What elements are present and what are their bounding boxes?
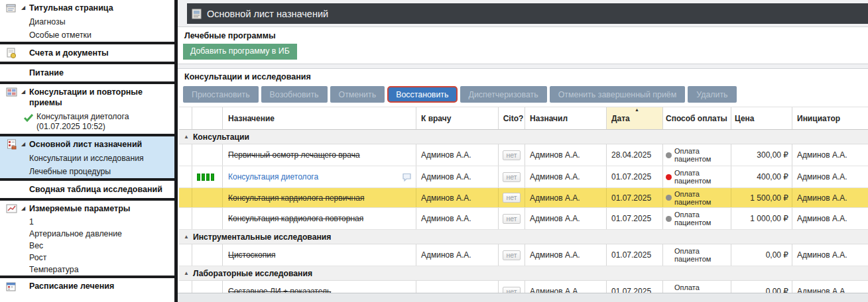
col-header-date[interactable]: ▲ Дата [607, 107, 663, 129]
delete-button[interactable]: Удалить [688, 86, 736, 103]
comment-bubble-icon[interactable] [402, 173, 412, 181]
sidebar-group-parameters: ◢ Измеряемые параметры 1 Артериальное да… [0, 201, 174, 276]
tree-expanded-icon: ◢ [21, 87, 29, 97]
main-area: Основной лист назначений Лечебные програ… [178, 0, 868, 302]
tree-expanded-icon: ◢ [21, 139, 29, 150]
sidebar-item-main-sheet[interactable]: ◢ Основной лист назначений [0, 136, 174, 152]
page-title-icon [192, 9, 202, 19]
sidebar-item-nutrition[interactable]: Питание [0, 64, 174, 81]
table-row[interactable]: Составное ЛИ + показатель нет Админов А.… [179, 281, 868, 293]
treatment-programs-title: Лечебные программы [184, 31, 868, 40]
cito-badge: нет [503, 214, 520, 224]
pause-button[interactable]: Приостановить [183, 86, 259, 103]
invoices-icon [4, 48, 19, 58]
table-row[interactable]: Консультация кардиолога повторная Админо… [179, 208, 868, 230]
cito-badge: нет [503, 250, 520, 260]
payment-status-dot [666, 195, 672, 201]
consultations-section-title: Консультации и исследования [184, 72, 868, 81]
sidebar-item-invoices[interactable]: Счета и документы [0, 44, 174, 62]
appointment-name: Составное ЛИ + показатель [228, 287, 331, 293]
sidebar-group-schedule: Расписание лечения [0, 278, 174, 293]
page-title: Основной лист назначений [207, 9, 328, 19]
tree-expanded-icon: ◢ [21, 203, 29, 214]
resume-button[interactable]: Возобновить [261, 86, 328, 103]
restore-button[interactable]: Восстановить [387, 86, 457, 103]
table-header-row: Назначение К врачу Cito? Назначил ▲ Дата… [179, 107, 868, 130]
appointment-name: Первичный осмотр лечащего врача [228, 150, 360, 160]
sidebar-group-invoices: Счета и документы [0, 44, 174, 62]
table-row[interactable]: Консультация диетолога Админов А.А. нет … [179, 166, 868, 188]
sidebar-item-parameters[interactable]: ◢ Измеряемые параметры [0, 201, 174, 216]
sort-asc-icon: ▲ [635, 107, 639, 112]
appointment-name: Цистоскопия [228, 250, 275, 260]
treatment-programs-section: Лечебные программы Добавить программу в … [178, 26, 868, 64]
appointment-name-link[interactable]: Консультация диетолога [228, 172, 318, 181]
appointments-table: Назначение К врачу Cito? Назначил ▲ Дата… [179, 107, 868, 293]
sidebar-item-treatment-procedures[interactable]: Лечебные процедуры [0, 165, 174, 178]
cito-badge: нет [503, 287, 520, 293]
col-header-cito[interactable]: Cito? [499, 107, 525, 129]
group-collapse-icon: ▲ [184, 270, 189, 276]
group-row-laboratory[interactable]: ▲ Лабораторные исследования [179, 266, 868, 281]
group-row-consultations[interactable]: ▲ Консультации [179, 130, 868, 144]
sidebar: ◢ Титульная страница Диагнозы Особые отм… [0, 0, 178, 302]
payment-status-dot [666, 216, 672, 222]
consultations-icon [4, 87, 19, 97]
col-header-payment[interactable]: Способ оплаты [663, 107, 731, 129]
col-header-assigned-by[interactable]: Назначил [525, 107, 607, 129]
group-row-instrumental[interactable]: ▲ Инструментальные исследования [179, 230, 868, 244]
payment-status-dot [666, 152, 672, 158]
schedule-icon [4, 281, 19, 291]
sidebar-group-main-sheet: ◢ Основной лист назначений Консультации … [0, 136, 174, 178]
cancel-button[interactable]: Отменить [330, 86, 385, 103]
sidebar-item-summary-table[interactable]: Сводная таблица исследований [0, 181, 174, 198]
sidebar-item-weight[interactable]: Вес [0, 240, 174, 252]
add-program-button[interactable]: Добавить программу в ИБ [183, 44, 297, 60]
green-check-icon [24, 113, 33, 122]
sidebar-item-diagnoses[interactable]: Диагнозы [0, 15, 174, 28]
group-collapse-icon: ▲ [184, 134, 189, 140]
appointment-name: Консультация кардиолога повторная [228, 214, 363, 223]
payment-status-dot [666, 174, 672, 180]
cito-badge: нет [503, 193, 520, 203]
sidebar-item-height[interactable]: Рост [0, 252, 174, 264]
sidebar-group-consultations: ◢ Консультации и повторные приемы Консул… [0, 84, 174, 134]
group-collapse-icon: ▲ [184, 234, 189, 240]
col-header-initiator[interactable]: Инициатор [792, 107, 868, 129]
page-titlebar: Основной лист назначений [187, 3, 868, 24]
appointment-name: Консультация кардиолога первичная [228, 193, 364, 203]
progress-bars-icon [197, 174, 214, 181]
table-row-selected[interactable]: Консультация кардиолога первичная Админо… [179, 188, 868, 208]
cancel-completed-visit-button[interactable]: Отменить завершенный приём [550, 86, 686, 103]
cito-badge: нет [503, 172, 520, 182]
sidebar-item-dietolog-consultation[interactable]: Консультация диетолога (01.07.2025 10:52… [0, 110, 174, 134]
consultations-section: Консультации и исследования Приостановит… [178, 68, 868, 293]
main-sheet-icon [4, 139, 19, 150]
table-row[interactable]: Первичный осмотр лечащего врача Админов … [179, 144, 868, 166]
sidebar-group-title-page: ◢ Титульная страница Диагнозы Особые отм… [0, 0, 174, 42]
sidebar-group-summary-table: Сводная таблица исследований [0, 181, 174, 198]
sidebar-item-consultations-repeat[interactable]: ◢ Консультации и повторные приемы [0, 84, 174, 110]
sidebar-item-special-marks[interactable]: Особые отметки [0, 28, 174, 42]
parameters-icon [4, 203, 19, 214]
dispatch-button[interactable]: Диспетчеризовать [460, 86, 547, 103]
consultations-toolbar: Приостановить Возобновить Отменить Восст… [183, 86, 868, 103]
table-row[interactable]: Цистоскопия Админов А.А. нет Админов А.А… [179, 244, 868, 266]
tree-expanded-icon: ◢ [21, 3, 29, 13]
col-header-price[interactable]: Цена [731, 107, 792, 129]
sidebar-item-blood-pressure[interactable]: Артериальное давление [0, 228, 174, 240]
col-header-doctor[interactable]: К врачу [416, 107, 499, 129]
title-page-icon [4, 3, 19, 13]
sidebar-item-treatment-schedule[interactable]: Расписание лечения [0, 278, 174, 293]
bottom-strip [178, 293, 868, 302]
sidebar-item-consultations-research[interactable]: Консультации и исследования [0, 152, 174, 165]
col-header-appointment[interactable]: Назначение [223, 107, 416, 129]
cito-badge: нет [503, 150, 520, 160]
sidebar-item-parameter-1[interactable]: 1 [0, 216, 174, 228]
sidebar-item-title-page[interactable]: ◢ Титульная страница [0, 0, 174, 15]
sidebar-group-nutrition: Питание [0, 64, 174, 81]
sidebar-item-temperature[interactable]: Температура [0, 264, 174, 276]
